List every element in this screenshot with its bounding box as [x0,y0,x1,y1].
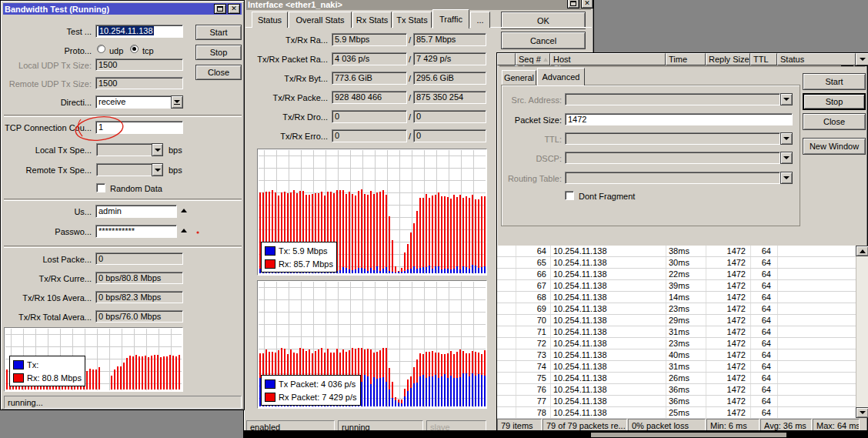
header-host[interactable]: Host [550,53,666,65]
seq-cell: 77 [516,396,550,406]
table-row[interactable]: 7810.254.11.13825ms147264 [497,407,856,419]
seq-cell: 70 [516,315,550,326]
header-seq[interactable]: Seq # [516,53,550,65]
tab-general[interactable]: General [502,70,536,85]
src-address-field[interactable] [565,93,780,105]
dscp-dropdown[interactable] [780,152,793,164]
local-tx-speed-dropdown[interactable] [152,143,163,156]
scroll-down-button[interactable] [856,407,868,418]
traffic-packet-graph: Tx Packet: 4 036 p/s Rx Packet: 7 429 p/… [257,280,487,409]
bandwidth-titlebar[interactable]: Bandwidth Test (Running) ✕ [3,3,242,15]
tab-advanced[interactable]: Advanced [537,68,585,85]
table-row[interactable]: 7410.254.11.13831ms147264 [497,361,856,373]
tcp-radio[interactable] [130,45,139,53]
maximize-button[interactable] [567,0,579,8]
table-row[interactable]: 6610.254.11.13822ms147264 [497,269,856,280]
host-cell: 10.254.11.138 [550,361,666,372]
collapse-up-icon[interactable] [181,209,187,212]
tab-tx-stats[interactable]: Tx Stats [392,12,432,28]
ttl-field[interactable] [565,132,780,145]
header-ttl[interactable]: TTL [750,53,777,65]
header-time[interactable]: Time [666,53,706,65]
tab-overall-stats[interactable]: Overall Stats [289,12,352,28]
table-row[interactable]: 7110.254.11.13831ms147264 [497,326,856,338]
desktop: Interface <ether1_naki> ✕ Status Overall… [0,0,868,438]
start-button[interactable]: Start [195,25,242,40]
user-field[interactable]: admin [95,205,177,218]
routing-table-field[interactable] [565,172,780,184]
table-row[interactable]: 7010.254.11.13829ms147264 [497,315,856,326]
header-reply-size[interactable]: Reply Size [706,53,750,65]
status-cell [777,246,856,256]
test-address-field[interactable]: 10.254.11.138 [95,25,183,38]
direction-select[interactable]: receive [95,95,172,109]
ttl-dropdown[interactable] [780,132,793,145]
cancel-button[interactable]: Cancel [501,32,586,49]
maximize-button[interactable] [214,4,226,14]
traffic-rate-graph: Tx: 5.9 Mbps Rx: 85.7 Mbps [257,149,487,276]
direction-dropdown-button[interactable] [171,95,183,109]
tab-status[interactable]: Status [252,12,288,28]
tab-traffic[interactable]: Traffic [432,9,469,28]
table-row[interactable]: 6910.254.11.13823ms147264 [497,303,856,315]
ttl-cell: 64 [750,257,777,268]
bottom-scrollbar-thumb[interactable] [591,433,786,437]
table-row[interactable]: 6510.254.11.13830ms147264 [497,257,856,269]
password-field[interactable]: *********** [95,225,177,238]
packet-size-field[interactable]: 1472 [565,113,793,125]
status-cell [777,303,856,314]
table-row[interactable]: 7510.254.11.13826ms147264 [497,373,856,384]
start-button[interactable]: Start [803,73,866,90]
protocol-label: Proto... [2,46,92,55]
table-row[interactable]: 7610.254.11.13836ms147264 [497,384,856,396]
table-row[interactable]: 6810.254.11.13814ms147264 [497,292,856,303]
table-row[interactable]: 6410.254.11.13838ms147264 [497,246,856,257]
bps-unit-label: bps [169,145,182,155]
vertical-scrollbar-track[interactable] [856,256,868,407]
dscp-field[interactable] [565,152,780,164]
routing-table-dropdown[interactable] [780,172,793,184]
reply-size-cell: 1472 [706,407,750,418]
scroll-up-button[interactable] [856,246,868,256]
traffic-tx-value: 0 [332,129,407,142]
new-window-button[interactable]: New Window [803,138,866,155]
udp-radio[interactable] [97,45,105,53]
row-flag [497,315,516,326]
tcp-connection-count-field[interactable]: 1 [95,121,183,134]
table-row[interactable]: 7210.254.11.13823ms147264 [497,338,856,349]
tab-more[interactable]: ... [470,12,490,28]
close-button[interactable]: ✕ [581,0,593,8]
udp-radio-label[interactable]: udp [109,46,123,55]
txrx-10s-average-field: 0 bps/82.3 Mbps [95,291,183,303]
interface-titlebar[interactable]: Interface <ether1_naki> [246,0,591,10]
stop-button[interactable]: Stop [195,45,242,60]
table-row[interactable]: 6710.254.11.13839ms147264 [497,280,856,292]
separator [4,199,242,200]
header-status[interactable]: Status [777,53,856,65]
seq-cell: 78 [516,407,550,418]
ttl-cell: 64 [750,280,777,291]
time-cell: 40ms [666,349,706,360]
tcp-radio-label[interactable]: tcp [142,46,154,55]
tab-rx-stats[interactable]: Rx Stats [352,12,392,28]
column-select-button[interactable] [856,53,868,65]
dont-fragment-label[interactable]: Dont Fragment [579,192,635,201]
close-button-bw[interactable]: Close [195,65,242,80]
row-flag [497,257,516,268]
rx-packet-swatch [265,393,275,402]
close-button[interactable]: ✕ [228,4,240,14]
src-address-dropdown[interactable] [780,93,793,105]
remote-tx-speed-dropdown[interactable] [152,163,163,176]
chevron-down-icon [155,149,161,152]
table-row[interactable]: 7710.254.11.13836ms147264 [497,396,856,407]
collapse-up-icon[interactable] [181,229,187,232]
close-button-ping[interactable]: Close [803,113,866,130]
stop-button[interactable]: Stop [803,93,866,110]
lost-packets-label: Lost Packe... [2,255,92,264]
random-data-checkbox[interactable] [96,183,105,192]
reply-size-cell: 1472 [706,396,750,406]
table-row[interactable]: 7310.254.11.13840ms147264 [497,349,856,361]
dont-fragment-checkbox[interactable] [565,191,574,200]
random-data-label[interactable]: Random Data [110,184,162,193]
packet-size-label: Packet Size: [505,115,562,125]
